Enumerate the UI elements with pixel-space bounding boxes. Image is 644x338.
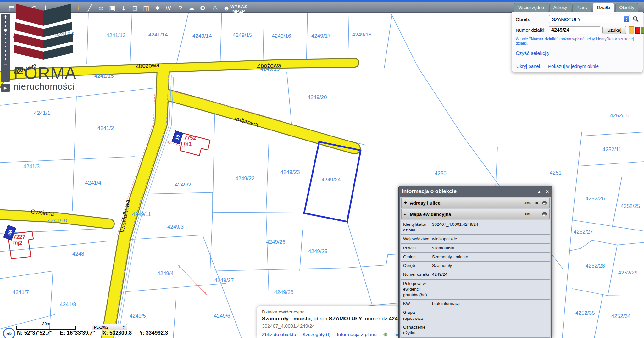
parcel-label: 4251 <box>550 170 562 176</box>
info-icon[interactable]: i <box>73 4 84 12</box>
info-row: Pole pow. w ewidencji gruntów (ha) <box>401 280 550 300</box>
object-action-link[interactable]: Szczegóły (I) <box>303 332 331 337</box>
object-title: Szamotuły - miasto, obręb SZAMOTUŁY, num… <box>262 316 394 322</box>
hatch-icon[interactable]: /// <box>163 4 174 12</box>
parcel-label: 4249/18 <box>352 32 371 38</box>
close-icon[interactable]: ✕ <box>640 3 644 12</box>
plus-circle-icon[interactable]: ⊕ <box>383 331 388 338</box>
numer-dzialki-label: Numer działki: <box>516 27 549 33</box>
section-toggle-icon[interactable]: - <box>404 211 410 217</box>
layout-columns-icon[interactable]: ◫ <box>141 4 152 12</box>
zoom-level-dot[interactable] <box>5 58 6 60</box>
parcel-label: 4249/15 <box>233 32 252 38</box>
info-section-header[interactable]: + Adresy i ulice XML ≡ <box>401 198 550 208</box>
list-icon[interactable]: ≡ <box>535 200 538 206</box>
measure-icon[interactable]: ╱ <box>84 4 95 12</box>
settings-icon[interactable]: ⚙ <box>197 4 208 12</box>
info-section-header[interactable]: - Mapa ewidencyjna XML ≡ <box>401 209 550 219</box>
zoom-level-dot[interactable] <box>5 46 6 47</box>
parcel-label: 4241/3 <box>23 163 40 170</box>
xml-export-link[interactable]: XML <box>524 213 531 216</box>
object-action-link[interactable]: Informacja z planu <box>337 332 377 337</box>
zoom-out-icon[interactable]: ⊖ <box>29 4 40 12</box>
object-popup: Działka ewidencyjna Szamotuły - miasto, … <box>257 306 399 338</box>
zoom-out-button[interactable]: − <box>3 61 7 67</box>
search-icon[interactable] <box>633 16 639 22</box>
hide-panel-link[interactable]: Ukryj panel <box>516 64 540 69</box>
parcel-label: 4249/4 <box>157 270 174 277</box>
parcel-label: 4240 <box>13 34 25 40</box>
search-tab[interactable]: Współrzędne <box>514 3 548 12</box>
select-arrow-icon[interactable]: ↖ <box>62 4 72 12</box>
parcel-label: 4241/12 <box>55 31 74 38</box>
coord-n: N: 52°37′52.7″ <box>17 330 53 336</box>
parcel-label: 4241/13 <box>106 32 125 39</box>
help-icon[interactable]: ? <box>175 4 186 12</box>
section-toggle-icon[interactable]: + <box>404 200 410 206</box>
info-row: Numer działki 4249/24 <box>401 270 550 279</box>
parcel-label: 4249/17 <box>311 33 330 39</box>
parcel-label: 4249/26 <box>266 239 285 245</box>
parcel-label: 4249/2 <box>175 182 191 188</box>
info-row-label: KW <box>403 301 432 307</box>
info-panel: Informacja o obiekcie ▲ ✕ + Adresy i uli… <box>398 186 552 338</box>
feedback-icon[interactable]: ☻ <box>221 4 232 12</box>
object-type-label: Działka ewidencyjna <box>262 309 394 314</box>
search-tab[interactable]: Plany <box>572 3 591 12</box>
xml-export-link[interactable]: XML <box>524 201 531 205</box>
print-icon[interactable]: ▣ <box>107 4 118 12</box>
info-row: Gmina Szamotuły - miasto <box>401 253 550 262</box>
search-tab[interactable]: Adresy <box>549 3 571 12</box>
mpzp-label: MPZP <box>230 9 247 14</box>
clear-selection-link[interactable]: Czyść selekcję <box>516 51 549 56</box>
zoom-level-current[interactable] <box>4 29 7 32</box>
search-tab[interactable]: Działki <box>593 3 614 12</box>
info-panel-header[interactable]: Informacja o obiekcie ▲ ✕ <box>400 186 551 197</box>
zoom-level-dot[interactable] <box>5 34 6 35</box>
obreb-value: SZAMOTUŁY <box>552 17 581 22</box>
close-icon[interactable]: ✕ <box>546 189 549 194</box>
obreb-select[interactable]: SZAMOTUŁY ▲ ▼ <box>549 15 630 23</box>
szukaj-button[interactable]: Szukaj <box>602 26 626 34</box>
zoom-level-dot[interactable] <box>5 42 6 43</box>
green-swatch[interactable] <box>641 27 644 34</box>
road-label: Zbożowa <box>257 62 281 69</box>
object-action-link[interactable]: Zbliż do obiektu <box>262 332 296 337</box>
numer-dzialki-input[interactable] <box>549 26 600 34</box>
info-row-label: Obręb <box>403 263 432 269</box>
expand-panel-button[interactable]: ▶ <box>1 84 10 92</box>
pan-icon[interactable]: ✛ <box>40 4 51 12</box>
info-panel-title: Informacja o obiekcie <box>402 188 457 195</box>
yellow-swatch[interactable] <box>629 26 634 34</box>
roads <box>0 63 355 338</box>
zoom-in-icon[interactable]: ⊕ <box>18 4 28 12</box>
zoom-level-dot[interactable] <box>5 21 6 23</box>
zoom-slider[interactable]: + − <box>1 14 10 82</box>
copy-view-icon[interactable]: ⊡ <box>130 4 140 12</box>
zoom-level-dot[interactable] <box>5 25 6 27</box>
info-row: Oznaczenie użytku <box>401 323 550 338</box>
layers-icon[interactable]: ▤ <box>6 4 17 12</box>
single-window-link[interactable]: Pokazuj w jednym oknie <box>548 64 599 69</box>
ok-button[interactable]: ok <box>3 328 15 338</box>
zoom-in-button[interactable]: + <box>3 14 7 20</box>
area-select-icon[interactable]: ❖ <box>152 4 163 12</box>
zoom-level-dot[interactable] <box>5 54 6 56</box>
info-row-label: Województwo <box>403 236 432 242</box>
zoom-level-dot[interactable] <box>5 50 6 52</box>
share-cloud-icon[interactable]: ☁ <box>186 4 197 12</box>
search-tab[interactable]: Obiekty <box>615 3 638 12</box>
printer-icon[interactable] <box>542 212 547 216</box>
link-icon[interactable]: ∞ <box>96 4 106 12</box>
collapse-icon[interactable]: ▲ <box>537 189 541 194</box>
list-icon[interactable]: ≡ <box>535 211 538 217</box>
warning-icon[interactable]: ⚠ <box>210 4 220 12</box>
parcel-label: 4241/14 <box>148 32 168 38</box>
wykaz-mpzp-button[interactable]: WYKAZ MPZP <box>230 4 247 14</box>
parcel-label: 4241/15 <box>94 73 114 79</box>
zoom-level-dot[interactable] <box>5 38 6 39</box>
red-swatch[interactable] <box>635 27 640 34</box>
select-stepper-icon[interactable]: ▲ ▼ <box>624 16 629 22</box>
pin-icon[interactable]: ↧ <box>118 4 129 12</box>
printer-icon[interactable] <box>542 201 547 205</box>
